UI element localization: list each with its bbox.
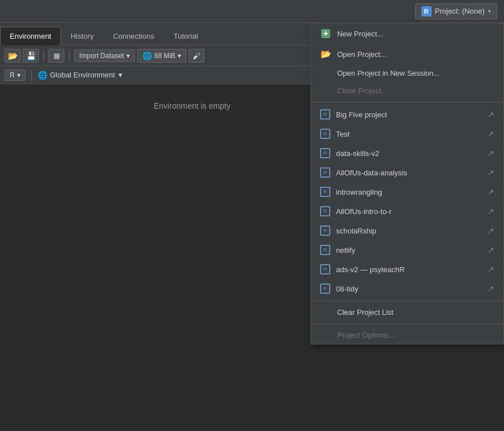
empty-message: Environment is empty	[154, 101, 231, 110]
tab-history[interactable]: History	[61, 27, 103, 45]
menu-item-label: Project Options...	[337, 331, 494, 339]
project-item-icon: R	[320, 187, 330, 197]
open-project-icon: 📂	[320, 48, 331, 60]
external-link-icon: ↗	[487, 187, 494, 196]
memory-label: 88 MiB	[154, 52, 175, 60]
menu-item-data-skills-v2[interactable]: Rdata-skills-v2↗	[311, 143, 503, 163]
external-link-icon: ↗	[487, 245, 494, 255]
menu-item-open-project-new-session[interactable]: Open Project in New Session...	[311, 64, 503, 82]
save-icon: 💾	[26, 51, 36, 60]
menu-item-project-options: Project Options...	[311, 326, 503, 344]
menu-item-label: netlify	[336, 246, 482, 255]
menu-item-netlify[interactable]: Rnetlify↗	[311, 240, 503, 260]
grid-button[interactable]: ▦	[48, 49, 64, 63]
menu-item-close-project: Close Project	[311, 82, 503, 100]
memory-arrow-icon: ▾	[178, 52, 181, 60]
import-dataset-button[interactable]: Import Dataset ▾	[74, 50, 135, 62]
project-label: Project: (None)	[435, 7, 485, 15]
menu-item-ads-v2[interactable]: Rads-v2 — psyteachR↗	[311, 260, 503, 279]
environment-label: Global Environment	[50, 71, 115, 79]
menu-item-label: New Project...	[337, 30, 494, 38]
external-link-icon: ↗	[487, 110, 494, 119]
open-button[interactable]: 📂	[5, 49, 21, 63]
menu-divider-17	[311, 323, 503, 324]
menu-item-label: Test	[336, 130, 482, 138]
menu-item-label: 08-tidy	[336, 285, 482, 293]
project-item-icon: R	[320, 284, 330, 294]
external-link-icon: ↗	[487, 207, 494, 216]
tab-connections[interactable]: Connections	[103, 27, 163, 45]
menu-item-big-five[interactable]: RBig Five project↗	[311, 105, 503, 124]
r-arrow-icon: ▾	[17, 71, 21, 79]
external-link-icon: ↗	[487, 265, 494, 274]
project-item-icon: R	[320, 129, 330, 139]
menu-item-label: Open Project...	[337, 50, 494, 59]
separator-1	[43, 50, 44, 61]
project-item-icon: R	[320, 264, 330, 274]
tab-environment[interactable]: Environment	[0, 27, 61, 46]
tab-tutorial[interactable]: Tutorial	[164, 27, 208, 45]
project-item-icon: R	[320, 245, 330, 255]
menu-item-label: Close Project	[337, 87, 494, 95]
menu-item-label: data-skills-v2	[336, 149, 482, 158]
project-item-icon: R	[320, 225, 330, 236]
import-label: Import Dataset	[79, 52, 124, 60]
menu-item-open-project[interactable]: 📂Open Project...	[311, 44, 503, 64]
external-link-icon: ↗	[487, 226, 494, 235]
separator-3	[31, 69, 32, 81]
chevron-down-icon: ▾	[488, 8, 491, 14]
import-arrow-icon: ▾	[126, 52, 130, 60]
menu-item-new-project[interactable]: New Project...	[311, 23, 503, 44]
menu-item-label: Big Five project	[336, 110, 482, 119]
brush-icon: 🖌	[192, 51, 200, 60]
menu-item-introwrangling[interactable]: Rintrowrangling↗	[311, 182, 503, 202]
brush-button[interactable]: 🖌	[189, 49, 204, 63]
menu-item-label: introwrangling	[336, 188, 482, 196]
menu-divider-4	[311, 102, 503, 102]
global-environment-button[interactable]: 🌐 Global Environment ▾	[38, 71, 122, 80]
r-icon: R	[421, 6, 432, 17]
external-link-icon: ↗	[487, 284, 494, 293]
menu-item-label: AllOfUs-data-analysis	[336, 169, 482, 177]
r-version-button[interactable]: R ▾	[5, 69, 26, 81]
memory-button[interactable]: 🌐 88 MiB ▾	[137, 49, 186, 63]
menu-divider-15	[311, 301, 503, 301]
separator-2	[69, 50, 69, 61]
project-item-icon: R	[320, 148, 330, 158]
top-bar: R Project: (None) ▾	[0, 0, 504, 23]
menu-item-scholarship[interactable]: RscholaRship↗	[311, 221, 503, 240]
project-item-icon: R	[320, 206, 330, 216]
menu-item-label: Open Project in New Session...	[337, 69, 494, 77]
menu-item-allofus-data-analysis[interactable]: RAllOfUs-data-analysis↗	[311, 163, 503, 182]
menu-item-label: AllOfUs-intro-to-r	[336, 207, 482, 216]
menu-item-label: Clear Project List	[337, 308, 494, 317]
external-link-icon: ↗	[487, 168, 494, 177]
new-project-icon	[320, 28, 331, 39]
menu-item-08-tidy[interactable]: R08-tidy↗	[311, 279, 503, 298]
project-dropdown-menu: New Project...📂Open Project...Open Proje…	[310, 23, 504, 344]
open-icon: 📂	[8, 51, 18, 60]
environment-icon: 🌐	[38, 71, 47, 80]
menu-item-allofus-intro-to-r[interactable]: RAllOfUs-intro-to-r↗	[311, 202, 503, 221]
external-link-icon: ↗	[487, 129, 494, 138]
r-label: R	[10, 71, 15, 79]
menu-item-clear-project-list[interactable]: Clear Project List	[311, 303, 503, 321]
save-button[interactable]: 💾	[23, 49, 39, 63]
grid-icon: ▦	[54, 52, 60, 60]
menu-item-label: scholaRship	[336, 227, 482, 235]
memory-pie-icon: 🌐	[142, 51, 152, 60]
project-button[interactable]: R Project: (None) ▾	[415, 3, 497, 19]
env-arrow-icon: ▾	[118, 71, 122, 79]
menu-item-test[interactable]: RTest↗	[311, 124, 503, 143]
external-link-icon: ↗	[487, 149, 494, 158]
menu-item-label: ads-v2 — psyteachR	[336, 265, 482, 274]
project-item-icon: R	[320, 167, 330, 178]
project-item-icon: R	[320, 109, 330, 120]
